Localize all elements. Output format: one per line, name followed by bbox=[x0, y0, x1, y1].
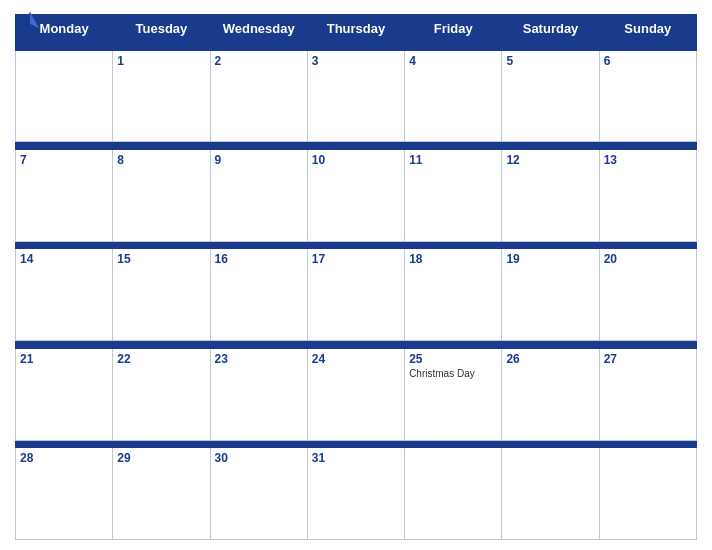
day-number: 24 bbox=[312, 352, 400, 366]
calendar-cell: 31 bbox=[307, 448, 404, 540]
day-event: Christmas Day bbox=[409, 368, 497, 379]
day-number: 29 bbox=[117, 451, 205, 465]
weekday-header-thursday: Thursday bbox=[307, 15, 404, 43]
day-number: 9 bbox=[215, 153, 303, 167]
week-separator-row bbox=[16, 440, 697, 448]
week-separator-cell bbox=[210, 241, 307, 249]
week-separator-row bbox=[16, 142, 697, 150]
week-separator-cell bbox=[599, 241, 696, 249]
week-separator-cell bbox=[113, 43, 210, 51]
calendar-cell: 4 bbox=[405, 50, 502, 142]
day-number: 3 bbox=[312, 54, 400, 68]
day-number: 2 bbox=[215, 54, 303, 68]
day-number: 28 bbox=[20, 451, 108, 465]
week-separator-cell bbox=[599, 341, 696, 349]
day-number: 6 bbox=[604, 54, 692, 68]
weekday-header-sunday: Sunday bbox=[599, 15, 696, 43]
calendar-cell: 13 bbox=[599, 150, 696, 242]
calendar-cell: 24 bbox=[307, 348, 404, 440]
calendar-cell: 25Christmas Day bbox=[405, 348, 502, 440]
day-number: 4 bbox=[409, 54, 497, 68]
calendar-cell: 18 bbox=[405, 249, 502, 341]
calendar-cell: 9 bbox=[210, 150, 307, 242]
calendar-cell: 29 bbox=[113, 448, 210, 540]
calendar-cell: 1 bbox=[113, 50, 210, 142]
week-separator-cell bbox=[502, 341, 599, 349]
day-number: 13 bbox=[604, 153, 692, 167]
week-row: 123456 bbox=[16, 50, 697, 142]
week-separator-cell bbox=[16, 440, 113, 448]
week-separator-cell bbox=[113, 142, 210, 150]
day-number: 19 bbox=[506, 252, 594, 266]
calendar-cell: 21 bbox=[16, 348, 113, 440]
week-separator-cell bbox=[210, 43, 307, 51]
calendar-cell: 8 bbox=[113, 150, 210, 242]
calendar-cell bbox=[16, 50, 113, 142]
weekday-header-tuesday: Tuesday bbox=[113, 15, 210, 43]
calendar-cell: 14 bbox=[16, 249, 113, 341]
calendar-cell: 10 bbox=[307, 150, 404, 242]
calendar-cell: 22 bbox=[113, 348, 210, 440]
week-separator-cell bbox=[502, 142, 599, 150]
weekday-header-saturday: Saturday bbox=[502, 15, 599, 43]
week-separator-cell bbox=[113, 341, 210, 349]
week-separator-cell bbox=[210, 440, 307, 448]
week-separator-cell bbox=[502, 241, 599, 249]
day-number: 18 bbox=[409, 252, 497, 266]
day-number: 5 bbox=[506, 54, 594, 68]
day-number: 22 bbox=[117, 352, 205, 366]
day-number: 12 bbox=[506, 153, 594, 167]
logo bbox=[15, 10, 41, 36]
week-separator-cell bbox=[307, 241, 404, 249]
calendar-cell: 5 bbox=[502, 50, 599, 142]
week-separator-cell bbox=[113, 440, 210, 448]
week-separator-cell bbox=[405, 142, 502, 150]
calendar-cell: 20 bbox=[599, 249, 696, 341]
week-separator-cell bbox=[210, 341, 307, 349]
day-number: 25 bbox=[409, 352, 497, 366]
calendar-cell: 19 bbox=[502, 249, 599, 341]
day-number: 27 bbox=[604, 352, 692, 366]
week-separator-cell bbox=[405, 43, 502, 51]
week-separator-cell bbox=[307, 440, 404, 448]
calendar-cell: 23 bbox=[210, 348, 307, 440]
day-number: 11 bbox=[409, 153, 497, 167]
calendar-cell: 2 bbox=[210, 50, 307, 142]
logo-bird-icon bbox=[19, 10, 41, 36]
day-number: 10 bbox=[312, 153, 400, 167]
day-number: 16 bbox=[215, 252, 303, 266]
weekday-header-wednesday: Wednesday bbox=[210, 15, 307, 43]
day-number: 26 bbox=[506, 352, 594, 366]
day-number: 30 bbox=[215, 451, 303, 465]
week-separator-cell bbox=[405, 241, 502, 249]
calendar-cell bbox=[502, 448, 599, 540]
day-number: 1 bbox=[117, 54, 205, 68]
week-separator-cell bbox=[16, 142, 113, 150]
week-separator-cell bbox=[599, 142, 696, 150]
day-number: 7 bbox=[20, 153, 108, 167]
week-separator-cell bbox=[599, 43, 696, 51]
calendar-cell: 15 bbox=[113, 249, 210, 341]
svg-marker-1 bbox=[30, 12, 39, 28]
weekday-header-row: MondayTuesdayWednesdayThursdayFridaySatu… bbox=[16, 15, 697, 43]
calendar-table: MondayTuesdayWednesdayThursdayFridaySatu… bbox=[15, 14, 697, 540]
calendar-cell: 16 bbox=[210, 249, 307, 341]
calendar-cell: 17 bbox=[307, 249, 404, 341]
week-row: 14151617181920 bbox=[16, 249, 697, 341]
week-separator-cell bbox=[307, 43, 404, 51]
day-number: 17 bbox=[312, 252, 400, 266]
week-separator-cell bbox=[16, 341, 113, 349]
calendar-cell bbox=[405, 448, 502, 540]
week-separator-cell bbox=[307, 341, 404, 349]
day-number: 21 bbox=[20, 352, 108, 366]
day-number: 20 bbox=[604, 252, 692, 266]
calendar-cell: 27 bbox=[599, 348, 696, 440]
day-number: 31 bbox=[312, 451, 400, 465]
week-row: 78910111213 bbox=[16, 150, 697, 242]
calendar-cell: 7 bbox=[16, 150, 113, 242]
calendar-cell bbox=[599, 448, 696, 540]
week-separator-cell bbox=[113, 241, 210, 249]
week-separator-cell bbox=[16, 43, 113, 51]
week-separator-cell bbox=[405, 440, 502, 448]
calendar-cell: 12 bbox=[502, 150, 599, 242]
